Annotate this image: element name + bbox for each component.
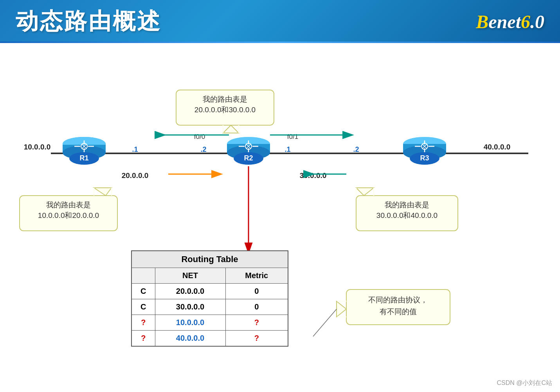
svg-text:我的路由表是: 我的路由表是	[385, 201, 429, 209]
svg-text:.1: .1	[132, 146, 138, 153]
svg-rect-19	[227, 145, 270, 153]
svg-point-14	[69, 152, 99, 165]
table-col-header-row: NET Metric	[131, 268, 288, 284]
col-header-metric: Metric	[225, 268, 288, 284]
svg-point-2	[63, 137, 106, 151]
row3-metric: ?	[225, 315, 288, 331]
row2-type: C	[131, 299, 155, 315]
svg-point-17	[227, 137, 270, 151]
svg-line-13	[82, 144, 86, 149]
svg-text:f0/1: f0/1	[287, 133, 298, 140]
svg-rect-82	[346, 290, 450, 325]
row3-type: ?	[131, 315, 155, 331]
svg-text:R2: R2	[244, 154, 253, 162]
row3-net: 10.0.0.0	[155, 315, 225, 331]
svg-text:R1: R1	[79, 154, 88, 162]
svg-rect-5	[63, 145, 106, 153]
svg-text:20.0.0.0: 20.0.0.0	[122, 171, 149, 180]
svg-point-16	[227, 142, 270, 156]
svg-point-11	[81, 143, 87, 149]
svg-rect-33	[403, 145, 446, 153]
svg-line-88	[313, 309, 337, 336]
table-title: Routing Table	[131, 251, 288, 268]
header: 动态路由概述 Benet6.0	[0, 0, 560, 43]
svg-text:10.0.0.0: 10.0.0.0	[24, 143, 51, 151]
page-title: 动态路由概述	[16, 6, 161, 37]
svg-point-20	[227, 146, 270, 160]
row2-net: 30.0.0.0	[155, 299, 225, 315]
row4-metric: ?	[225, 331, 288, 347]
svg-point-6	[63, 146, 106, 160]
svg-point-39	[421, 143, 428, 149]
svg-text:30.0.0.0和40.0.0.0: 30.0.0.0和40.0.0.0	[376, 211, 438, 219]
svg-marker-77	[356, 188, 374, 196]
svg-text:我的路由表是: 我的路由表是	[46, 201, 91, 209]
svg-rect-18	[227, 144, 270, 149]
svg-point-4	[63, 137, 106, 151]
svg-line-40	[422, 144, 427, 149]
row1-metric: 0	[225, 284, 288, 299]
svg-text:.2: .2	[200, 146, 206, 153]
table-row: C 20.0.0.0 0	[131, 284, 288, 299]
svg-text:.2: .2	[353, 146, 359, 153]
svg-rect-76	[356, 196, 458, 231]
svg-line-26	[246, 144, 251, 149]
svg-text:有不同的值: 有不同的值	[380, 307, 417, 316]
table-row: ? 40.0.0.0 ?	[131, 331, 288, 347]
svg-marker-71	[94, 188, 112, 196]
row1-net: 20.0.0.0	[155, 284, 225, 299]
col-header-net: NET	[155, 268, 225, 284]
svg-point-30	[403, 142, 446, 156]
row1-type: C	[131, 284, 155, 299]
diagram-area: R1 R2	[0, 43, 560, 392]
svg-rect-70	[20, 196, 117, 231]
svg-line-41	[422, 144, 427, 149]
logo: Benet6.0	[476, 11, 544, 32]
svg-rect-32	[403, 144, 446, 149]
table-title-row: Routing Table	[131, 251, 288, 268]
svg-point-1	[63, 142, 106, 156]
routing-table: Routing Table NET Metric C 20.0.0.0 0 C …	[131, 250, 288, 347]
svg-rect-64	[176, 90, 274, 125]
svg-text:我的路由表是: 我的路由表是	[203, 95, 247, 103]
row4-type: ?	[131, 331, 155, 347]
svg-text:不同的路由协议，: 不同的路由协议，	[368, 296, 428, 304]
svg-text:20.0.0.0和30.0.0.0: 20.0.0.0和30.0.0.0	[194, 106, 256, 114]
svg-text:10.0.0.0和20.0.0.0: 10.0.0.0和20.0.0.0	[38, 211, 99, 219]
svg-rect-3	[63, 144, 106, 149]
svg-marker-83	[337, 301, 346, 317]
row4-net: 40.0.0.0	[155, 331, 225, 347]
svg-line-12	[82, 144, 86, 149]
svg-point-34	[403, 146, 446, 160]
svg-point-25	[245, 143, 252, 149]
table-row: C 30.0.0.0 0	[131, 299, 288, 315]
svg-text:30.0.0.0: 30.0.0.0	[300, 171, 327, 180]
svg-marker-65	[223, 125, 239, 133]
svg-text:40.0.0.0: 40.0.0.0	[484, 143, 511, 151]
svg-point-42	[410, 152, 439, 165]
row2-metric: 0	[225, 299, 288, 315]
svg-text:R3: R3	[420, 154, 429, 162]
svg-point-31	[403, 137, 446, 151]
watermark: CSDN @小刘在C站	[497, 379, 552, 387]
table-row: ? 10.0.0.0 ?	[131, 315, 288, 331]
svg-point-28	[234, 152, 263, 165]
col-header-type	[131, 268, 155, 284]
svg-line-27	[246, 144, 251, 149]
svg-text:f0/0: f0/0	[194, 133, 205, 140]
svg-text:.1: .1	[285, 146, 290, 153]
